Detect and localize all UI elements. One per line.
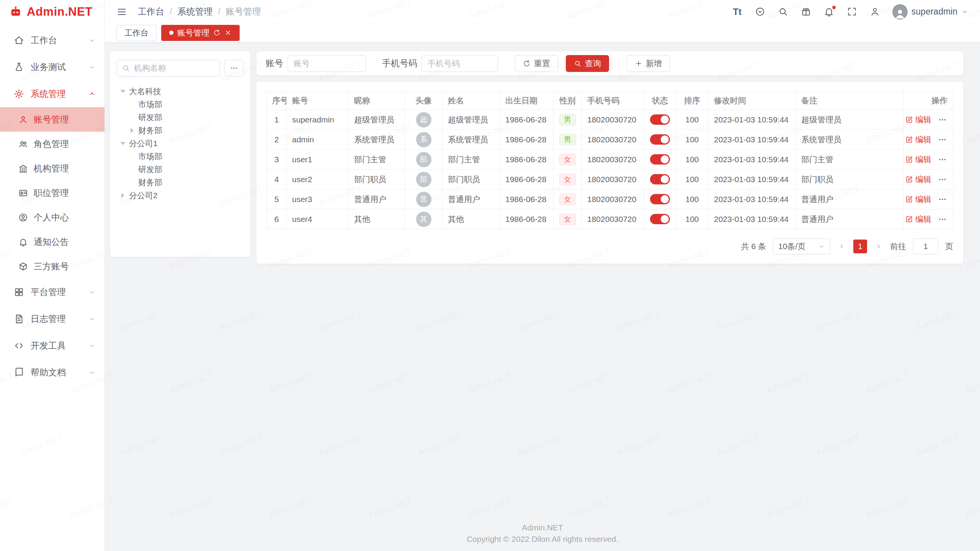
component-size-icon[interactable] xyxy=(755,6,766,18)
more-actions-button[interactable] xyxy=(938,214,947,224)
sidebar-item-log-mgmt[interactable]: 日志管理 xyxy=(0,305,105,332)
search-button[interactable]: 查询 xyxy=(566,55,609,72)
tab-workbench[interactable]: 工作台 xyxy=(116,25,157,41)
sidebar-item-workbench[interactable]: 工作台 xyxy=(0,27,105,54)
sidebar-item-label: 角色管理 xyxy=(34,138,69,150)
theme-icon[interactable] xyxy=(800,6,812,18)
status-toggle[interactable] xyxy=(650,114,670,125)
breadcrumb-item[interactable]: 工作台 xyxy=(138,6,164,18)
prev-page-button[interactable] xyxy=(837,240,846,253)
tree-node[interactable]: 研发部 xyxy=(117,111,243,124)
tree-node-label: 分公司2 xyxy=(129,190,158,201)
sidebar-item-dev-tools[interactable]: 开发工具 xyxy=(0,332,105,359)
tree-node[interactable]: 市场部 xyxy=(117,150,243,163)
tree-node[interactable]: 分公司1 xyxy=(117,137,243,150)
pagination-total: 共 6 条 xyxy=(741,241,766,252)
logo-icon xyxy=(9,5,22,18)
cell-modified: 2023-01-03 10:59:44 xyxy=(709,110,796,130)
edit-button[interactable]: 编辑 xyxy=(905,114,931,125)
goto-page-input[interactable] xyxy=(913,238,938,254)
sidebar-item-account-mgmt[interactable]: 账号管理 xyxy=(0,107,105,132)
cell-remark: 普通用户 xyxy=(796,209,903,229)
user-menu[interactable]: superadmin xyxy=(892,4,969,20)
sidebar-item-position-mgmt[interactable]: 职位管理 xyxy=(0,181,105,205)
tree-node[interactable]: 大名科技 xyxy=(117,85,243,98)
cell-modified: 2023-01-03 10:59:44 xyxy=(709,209,796,229)
page-number-current[interactable]: 1 xyxy=(853,240,867,253)
search-icon[interactable] xyxy=(777,6,789,18)
caret-down-icon[interactable] xyxy=(120,142,126,145)
cell-phone: 18020030720 xyxy=(582,150,644,170)
cell-status xyxy=(644,150,676,170)
edit-icon xyxy=(905,136,913,143)
page-size-select[interactable]: 10条/页 xyxy=(773,238,830,254)
hamburger-menu-icon[interactable] xyxy=(116,6,128,18)
sidebar-item-org-mgmt[interactable]: 机构管理 xyxy=(0,156,105,181)
tree-node[interactable]: 财务部 xyxy=(117,176,243,189)
bank-icon xyxy=(18,164,28,173)
cell-ops: 编辑 xyxy=(903,110,953,130)
status-toggle[interactable] xyxy=(650,154,670,165)
status-toggle[interactable] xyxy=(650,174,670,184)
account-input[interactable] xyxy=(287,55,366,72)
tree-node[interactable]: 研发部 xyxy=(117,163,243,176)
reset-button[interactable]: 重置 xyxy=(515,55,558,72)
profile-icon[interactable] xyxy=(869,6,881,18)
bell-icon xyxy=(18,237,28,247)
add-button[interactable]: 新增 xyxy=(627,55,670,72)
sidebar-item-notice[interactable]: 通知公告 xyxy=(0,230,105,254)
caret-right-icon[interactable] xyxy=(131,128,134,133)
cell-account: user3 xyxy=(287,189,349,209)
caret-right-icon[interactable] xyxy=(121,193,124,198)
more-actions-button[interactable] xyxy=(938,194,947,204)
more-actions-button[interactable] xyxy=(938,135,947,145)
tree-node[interactable]: 市场部 xyxy=(117,98,243,111)
sidebar-item-platform-mgmt[interactable]: 平台管理 xyxy=(0,279,105,305)
cell-remark: 普通用户 xyxy=(796,189,903,209)
more-actions-button[interactable] xyxy=(938,174,947,184)
goto-suffix: 页 xyxy=(945,241,953,252)
sidebar-group-system-mgmt[interactable]: 系统管理 xyxy=(0,80,105,107)
font-size-icon[interactable]: Tt xyxy=(732,6,743,18)
sidebar-item-label: 个人中心 xyxy=(34,212,69,223)
close-icon[interactable] xyxy=(224,29,232,36)
cell-account: superadmin xyxy=(287,110,349,130)
phone-input[interactable] xyxy=(421,55,498,72)
edit-button[interactable]: 编辑 xyxy=(905,214,931,225)
fullscreen-icon[interactable] xyxy=(846,6,858,18)
edit-button[interactable]: 编辑 xyxy=(905,134,931,145)
org-search-input[interactable] xyxy=(117,60,220,77)
status-toggle[interactable] xyxy=(650,134,670,145)
edit-button[interactable]: 编辑 xyxy=(905,154,931,165)
sidebar-item-personal-center[interactable]: 个人中心 xyxy=(0,205,105,230)
refresh-icon[interactable] xyxy=(213,29,220,36)
more-actions-button[interactable] xyxy=(938,155,947,165)
page: Admin.NET 工作台 业务测试 系统管理 账号管理 xyxy=(0,0,980,551)
cell-sort: 100 xyxy=(676,150,709,170)
edit-button[interactable]: 编辑 xyxy=(905,194,931,205)
edit-icon xyxy=(905,215,913,223)
edit-button[interactable]: 编辑 xyxy=(905,174,931,185)
sidebar-item-help-docs[interactable]: 帮助文档 xyxy=(0,359,105,386)
tree-node-label: 大名科技 xyxy=(129,86,161,97)
more-icon xyxy=(938,115,947,125)
org-more-button[interactable] xyxy=(224,60,243,77)
logo[interactable]: Admin.NET xyxy=(0,0,105,24)
next-page-button[interactable] xyxy=(874,240,883,253)
more-icon xyxy=(938,155,947,165)
sidebar-item-business-test[interactable]: 业务测试 xyxy=(0,54,105,80)
sidebar-item-third-party-account[interactable]: 三方账号 xyxy=(0,254,105,279)
tree-node[interactable]: 分公司2 xyxy=(117,189,243,202)
cell-avatar: 系 xyxy=(405,130,443,150)
status-toggle[interactable] xyxy=(650,214,670,224)
breadcrumb-item[interactable]: 系统管理 xyxy=(177,6,212,18)
caret-down-icon[interactable] xyxy=(120,90,126,93)
tree-node[interactable]: 财务部 xyxy=(117,124,243,137)
more-actions-button[interactable] xyxy=(938,115,947,125)
table-row: 5 user3 普通用户 普 普通用户 1986-06-28 女 1802003… xyxy=(267,189,953,209)
avatar: 超 xyxy=(416,112,431,127)
status-toggle[interactable] xyxy=(650,194,670,204)
sidebar-item-role-mgmt[interactable]: 角色管理 xyxy=(0,132,105,156)
notification-icon[interactable] xyxy=(823,6,835,18)
tab-account-mgmt[interactable]: 账号管理 xyxy=(161,25,240,41)
